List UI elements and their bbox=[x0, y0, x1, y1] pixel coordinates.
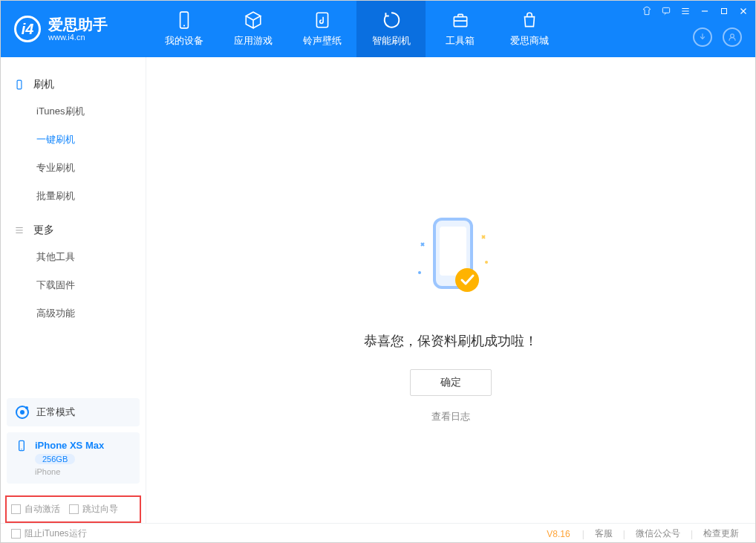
tab-label: 我的设备 bbox=[165, 34, 203, 48]
app-header: i4 爱思助手 www.i4.cn 我的设备 应用游戏 铃声壁纸 智能刷机 工具… bbox=[1, 1, 755, 57]
tab-label: 铃声壁纸 bbox=[303, 34, 342, 48]
user-button[interactable] bbox=[723, 27, 742, 47]
tab-store[interactable]: 爱思商城 bbox=[495, 1, 564, 57]
minimize-button[interactable] bbox=[699, 5, 711, 17]
footer-link-update[interactable]: 检查更新 bbox=[697, 527, 745, 540]
device-storage: 256GB bbox=[35, 454, 75, 464]
sidebar-item-oneclick-flash[interactable]: 一键刷机 bbox=[1, 126, 146, 154]
svg-point-12 bbox=[455, 268, 479, 292]
tab-ringtone-wallpaper[interactable]: 铃声壁纸 bbox=[287, 1, 356, 57]
music-file-icon bbox=[313, 10, 332, 30]
device-card[interactable]: iPhone XS Max 256GB iPhone bbox=[7, 432, 140, 484]
group-label: 刷机 bbox=[33, 78, 54, 91]
checkbox-icon bbox=[69, 504, 79, 514]
checkbox-block-itunes[interactable]: 阻止iTunes运行 bbox=[11, 527, 87, 540]
device-icon bbox=[175, 10, 194, 30]
svg-point-9 bbox=[21, 449, 22, 449]
tab-label: 工具箱 bbox=[446, 34, 475, 48]
svg-rect-5 bbox=[722, 9, 727, 14]
svg-rect-2 bbox=[316, 13, 328, 27]
sidebar-item-pro-flash[interactable]: 专业刷机 bbox=[1, 154, 146, 182]
header-actions bbox=[693, 27, 742, 47]
sidebar-item-advanced[interactable]: 高级功能 bbox=[1, 299, 146, 328]
bag-icon bbox=[520, 10, 539, 30]
tab-label: 爱思商城 bbox=[510, 34, 549, 48]
checkbox-label: 阻止iTunes运行 bbox=[25, 527, 87, 540]
tab-label: 智能刷机 bbox=[372, 34, 411, 48]
download-button[interactable] bbox=[693, 27, 712, 47]
tab-my-device[interactable]: 我的设备 bbox=[149, 1, 218, 57]
sidebar-item-batch-flash[interactable]: 批量刷机 bbox=[1, 182, 146, 210]
menu-icon[interactable] bbox=[680, 5, 691, 17]
tab-apps-games[interactable]: 应用游戏 bbox=[218, 1, 287, 57]
highlighted-options: 自动激活 跳过向导 bbox=[5, 495, 141, 523]
svg-point-13 bbox=[418, 271, 421, 274]
skin-icon[interactable] bbox=[641, 5, 653, 17]
app-subtitle: www.i4.cn bbox=[48, 33, 108, 42]
toolbox-icon bbox=[451, 10, 470, 30]
tab-label: 应用游戏 bbox=[234, 34, 273, 48]
window-controls bbox=[641, 5, 749, 17]
footer: 阻止iTunes运行 V8.16 | 客服 | 微信公众号 | 检查更新 bbox=[1, 523, 755, 543]
device-type: iPhone bbox=[35, 467, 104, 476]
close-button[interactable] bbox=[737, 5, 749, 17]
nav-tabs: 我的设备 应用游戏 铃声壁纸 智能刷机 工具箱 爱思商城 bbox=[149, 1, 564, 57]
svg-point-1 bbox=[183, 25, 184, 27]
success-message: 恭喜您，保资料刷机成功啦！ bbox=[302, 332, 599, 350]
device-name: iPhone XS Max bbox=[35, 440, 104, 451]
checkbox-skip-guide[interactable]: 跳过向导 bbox=[69, 503, 118, 516]
logo-icon: i4 bbox=[14, 16, 41, 42]
mode-card[interactable]: 正常模式 bbox=[7, 398, 140, 426]
footer-link-wechat[interactable]: 微信公众号 bbox=[630, 527, 686, 540]
tab-toolbox[interactable]: 工具箱 bbox=[426, 1, 495, 57]
checkbox-label: 跳过向导 bbox=[82, 503, 118, 516]
sidebar-item-download-firmware[interactable]: 下载固件 bbox=[1, 271, 146, 299]
footer-link-service[interactable]: 客服 bbox=[589, 527, 619, 540]
tab-smart-flash[interactable]: 智能刷机 bbox=[356, 1, 426, 57]
logo-text: 爱思助手 www.i4.cn bbox=[48, 16, 108, 42]
device-phone-icon bbox=[16, 440, 27, 454]
svg-rect-3 bbox=[454, 17, 466, 27]
success-illustration bbox=[399, 206, 503, 310]
list-icon bbox=[14, 225, 26, 235]
checkbox-icon bbox=[11, 504, 21, 514]
sidebar-group-more: 更多 bbox=[1, 218, 146, 243]
svg-rect-11 bbox=[440, 227, 466, 276]
success-panel: 恭喜您，保资料刷机成功啦！ 确定 查看日志 bbox=[302, 206, 599, 423]
cube-icon bbox=[244, 10, 263, 30]
mode-icon bbox=[16, 406, 29, 419]
main-panel: 恭喜您，保资料刷机成功啦！ 确定 查看日志 bbox=[146, 57, 755, 523]
ok-button[interactable]: 确定 bbox=[410, 369, 492, 396]
checkbox-icon bbox=[11, 529, 21, 539]
phone-icon bbox=[14, 79, 26, 90]
svg-rect-7 bbox=[17, 80, 22, 89]
group-label: 更多 bbox=[33, 224, 54, 237]
maximize-button[interactable] bbox=[718, 5, 730, 17]
view-log-link[interactable]: 查看日志 bbox=[431, 411, 470, 422]
checkbox-label: 自动激活 bbox=[25, 503, 60, 516]
version-label: V8.16 bbox=[547, 529, 570, 539]
sidebar-item-itunes-flash[interactable]: iTunes刷机 bbox=[1, 97, 146, 126]
sidebar-group-flash: 刷机 bbox=[1, 72, 146, 97]
checkbox-auto-activate[interactable]: 自动激活 bbox=[11, 503, 60, 516]
refresh-shield-icon bbox=[382, 10, 401, 30]
feedback-icon[interactable] bbox=[660, 5, 672, 17]
svg-point-14 bbox=[485, 261, 488, 264]
logo[interactable]: i4 爱思助手 www.i4.cn bbox=[1, 16, 149, 42]
sidebar-item-other-tools[interactable]: 其他工具 bbox=[1, 243, 146, 271]
sidebar: 刷机 iTunes刷机 一键刷机 专业刷机 批量刷机 更多 其他工具 下载固件 … bbox=[1, 57, 146, 523]
svg-rect-4 bbox=[662, 7, 669, 13]
mode-label: 正常模式 bbox=[36, 406, 75, 419]
svg-point-6 bbox=[731, 34, 734, 38]
app-title: 爱思助手 bbox=[48, 16, 108, 33]
